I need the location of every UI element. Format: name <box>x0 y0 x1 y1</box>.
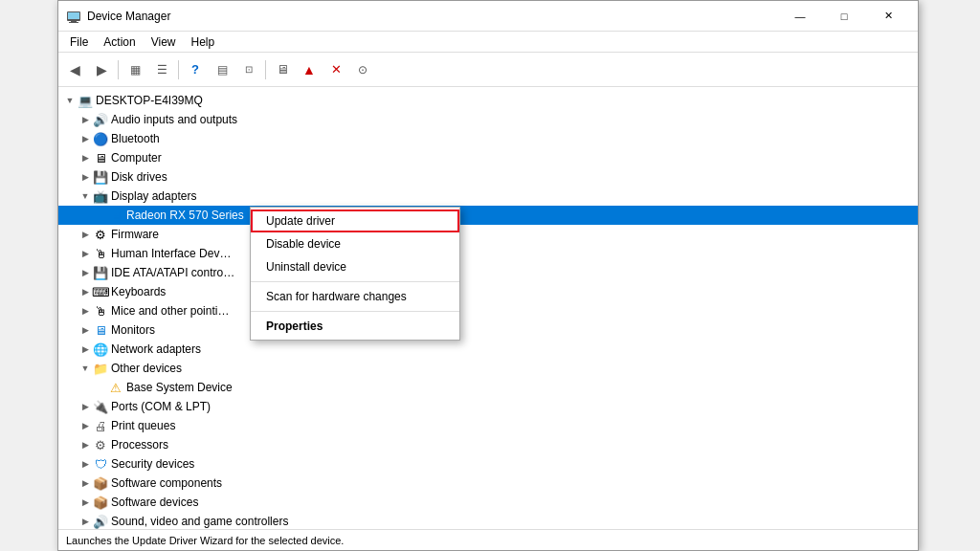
tree-item-monitors[interactable]: ▶ 🖥 Monitors <box>58 320 918 340</box>
menu-file[interactable]: File <box>62 33 96 51</box>
tree-item-sw-devices[interactable]: ▶ 📦 Software devices <box>58 493 918 512</box>
tree-item-hid[interactable]: ▶ 🖱 Human Interface Dev… <box>58 244 918 263</box>
window-title: Device Manager <box>87 10 778 23</box>
root-icon: 💻 <box>78 93 93 108</box>
monitors-expand[interactable]: ▶ <box>78 322 93 338</box>
device-tree[interactable]: ▼ 💻 DESKTOP-E4I39MQ ▶ 🔊 Audio inputs and… <box>58 87 918 529</box>
tree-item-base-system[interactable]: ⚠ Base System Device <box>58 378 918 397</box>
menu-action[interactable]: Action <box>96 33 143 51</box>
bluetooth-expand[interactable]: ▶ <box>78 131 93 146</box>
tree-item-keyboards[interactable]: ▶ ⌨ Keyboards <box>58 282 918 301</box>
tree-item-other[interactable]: ▼ 📁 Other devices <box>58 359 918 378</box>
forward-button[interactable]: ▶ <box>89 57 114 82</box>
toolbar: ◀ ▶ ▦ ☰ ? ▤ ⊡ 🖥 ▲ ✕ ⊙ <box>58 53 918 87</box>
hid-expand[interactable]: ▶ <box>78 246 93 261</box>
tree-item-ports[interactable]: ▶ 🔌 Ports (COM & LPT) <box>58 397 918 416</box>
network-icon: 🌐 <box>93 342 108 357</box>
toolbar-separator-1 <box>118 60 119 79</box>
other-expand[interactable]: ▼ <box>78 361 93 376</box>
window-controls: — □ ✕ <box>778 1 910 32</box>
ctx-uninstall-device[interactable]: Uninstall device <box>251 255 459 278</box>
close-button[interactable]: ✕ <box>866 1 910 32</box>
audio-label: Audio inputs and outputs <box>111 113 237 126</box>
firmware-label: Firmware <box>111 228 159 241</box>
tree-item-audio[interactable]: ▶ 🔊 Audio inputs and outputs <box>58 110 918 129</box>
mice-icon: 🖱 <box>93 303 108 319</box>
radeon-label: Radeon RX 570 Series <box>126 209 244 222</box>
ports-expand[interactable]: ▶ <box>78 399 93 414</box>
tree-item-ide[interactable]: ▶ 💾 IDE ATA/ATAPI contro… <box>58 263 918 282</box>
audio-expand[interactable]: ▶ <box>78 112 93 127</box>
monitor-button[interactable]: 🖥 <box>270 57 295 82</box>
tree-item-sound[interactable]: ▶ 🔊 Sound, video and game controllers <box>58 512 918 529</box>
scan-button[interactable]: ⊡ <box>236 57 261 82</box>
toolbar-separator-2 <box>178 60 179 79</box>
sound-label: Sound, video and game controllers <box>111 515 288 528</box>
root-expand-icon[interactable]: ▼ <box>62 93 78 108</box>
svg-rect-2 <box>71 21 77 22</box>
menu-bar: File Action View Help <box>58 32 918 53</box>
tree-root[interactable]: ▼ 💻 DESKTOP-E4I39MQ <box>58 91 918 110</box>
view-icon-button[interactable]: ▦ <box>122 57 147 82</box>
back-button[interactable]: ◀ <box>62 57 87 82</box>
tree-item-radeon[interactable]: 🖥 Radeon RX 570 Series <box>58 206 918 225</box>
disk-label: Disk drives <box>111 170 167 184</box>
computer-expand[interactable]: ▶ <box>78 150 93 165</box>
mice-expand[interactable]: ▶ <box>78 303 93 319</box>
network-expand[interactable]: ▶ <box>78 342 93 357</box>
base-system-label: Base System Device <box>126 381 233 394</box>
radeon-expand <box>93 208 108 223</box>
display-label: Display adapters <box>111 189 196 203</box>
ctx-scan-hardware[interactable]: Scan for hardware changes <box>251 285 459 308</box>
monitors-label: Monitors <box>111 323 155 337</box>
computer-icon: 🖥 <box>93 150 108 165</box>
security-label: Security devices <box>111 457 194 471</box>
help-button[interactable]: ? <box>183 57 208 82</box>
view-props-button[interactable]: ▤ <box>210 57 234 82</box>
tree-item-processors[interactable]: ▶ ⚙ Processors <box>58 435 918 454</box>
disk-expand[interactable]: ▶ <box>78 169 93 185</box>
security-expand[interactable]: ▶ <box>78 456 93 472</box>
display-expand[interactable]: ▼ <box>78 188 93 204</box>
tree-item-computer[interactable]: ▶ 🖥 Computer <box>58 148 918 167</box>
update-button[interactable]: ▲ <box>297 57 322 82</box>
bluetooth-icon: 🔵 <box>93 131 108 146</box>
firmware-expand[interactable]: ▶ <box>78 227 93 242</box>
sw-devices-expand[interactable]: ▶ <box>78 495 93 510</box>
menu-help[interactable]: Help <box>184 33 223 51</box>
refresh-button[interactable]: ⊙ <box>350 57 375 82</box>
tree-item-security[interactable]: ▶ 🛡 Security devices <box>58 454 918 474</box>
ctx-update-driver[interactable]: Update driver <box>251 209 459 232</box>
tree-item-bluetooth[interactable]: ▶ 🔵 Bluetooth <box>58 129 918 148</box>
base-system-expand <box>93 380 108 395</box>
tree-item-mice[interactable]: ▶ 🖱 Mice and other pointi… <box>58 301 918 320</box>
tree-item-sw-components[interactable]: ▶ 📦 Software components <box>58 474 918 493</box>
context-menu: Update driver Disable device Uninstall d… <box>250 207 460 341</box>
ctx-properties[interactable]: Properties <box>251 315 459 338</box>
remove-button[interactable]: ✕ <box>323 57 348 82</box>
maximize-button[interactable]: □ <box>822 1 866 32</box>
status-text: Launches the Update Driver Wizard for th… <box>66 535 344 546</box>
menu-view[interactable]: View <box>144 33 184 51</box>
tree-item-display[interactable]: ▼ 📺 Display adapters <box>58 187 918 206</box>
sw-components-expand[interactable]: ▶ <box>78 475 93 491</box>
window-icon <box>66 9 81 24</box>
processors-expand[interactable]: ▶ <box>78 437 93 452</box>
tree-item-print[interactable]: ▶ 🖨 Print queues <box>58 416 918 435</box>
toolbar-separator-3 <box>265 60 266 79</box>
computer-label: Computer <box>111 151 162 165</box>
tree-item-disk[interactable]: ▶ 💾 Disk drives <box>58 167 918 187</box>
sw-devices-label: Software devices <box>111 496 198 509</box>
minimize-button[interactable]: — <box>778 1 822 32</box>
keyboards-icon: ⌨ <box>93 284 108 299</box>
ctx-separator-1 <box>251 281 459 282</box>
ctx-disable-device[interactable]: Disable device <box>251 232 459 255</box>
sound-expand[interactable]: ▶ <box>78 514 93 529</box>
tree-item-firmware[interactable]: ▶ ⚙ Firmware <box>58 225 918 244</box>
ide-expand[interactable]: ▶ <box>78 265 93 280</box>
ports-icon: 🔌 <box>93 399 108 414</box>
view-list-button[interactable]: ☰ <box>149 57 174 82</box>
display-icon: 📺 <box>93 188 108 204</box>
tree-item-network[interactable]: ▶ 🌐 Network adapters <box>58 340 918 359</box>
print-expand[interactable]: ▶ <box>78 418 93 433</box>
